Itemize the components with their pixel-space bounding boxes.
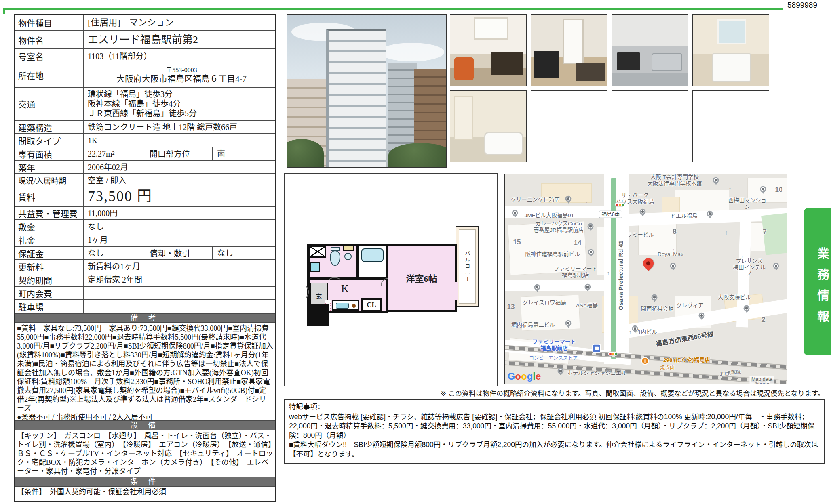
sink-shape — [652, 53, 682, 71]
table-row: 礼金 1ヶ月 — [15, 233, 275, 247]
map-label: 7 — [763, 228, 766, 236]
map-label: ファミリーマート 福島駅前店 — [532, 339, 576, 351]
sink-icon — [310, 262, 320, 272]
washbasin-photo — [692, 14, 769, 86]
map-label: 大阪安藤ビル — [718, 294, 751, 301]
map-pin — [565, 196, 572, 202]
bathtub-icon — [361, 248, 384, 262]
map-pin — [699, 313, 705, 319]
top-green-line — [3, 8, 783, 10]
map-label: 阪神住建福島駅前ビル — [525, 251, 580, 258]
map-label: 竹内ビル — [635, 329, 657, 335]
document-number: 5899989 — [787, 1, 828, 10]
rent-value: 73,500 円 — [84, 187, 275, 206]
door-swing-arc — [327, 277, 343, 293]
equipment-header: 設 備 — [15, 421, 275, 430]
map-pin — [773, 263, 779, 269]
map-label: ← — [672, 246, 677, 252]
table-row: 現況/入居時期 空室 / 即入 — [15, 174, 275, 187]
map-label: ドエル福島 — [670, 213, 698, 219]
map-label: 8 — [673, 228, 676, 236]
map-label: → — [583, 198, 588, 204]
top-left-green-tick — [3, 8, 5, 14]
restaurant-pin — [641, 357, 649, 365]
map-pin — [640, 209, 646, 215]
map-label: ↑ — [725, 229, 728, 236]
map-pin — [534, 284, 540, 290]
map-pin — [632, 326, 638, 332]
row-label: 町内会費 — [15, 287, 84, 299]
row-label: 礼金 — [15, 233, 84, 246]
kitchen-counter-icon — [332, 300, 359, 311]
map-pin — [652, 294, 658, 300]
table-row: 町内会費 — [15, 287, 275, 300]
row-label: 契約期間 — [15, 273, 84, 286]
door-swing-arc — [290, 283, 309, 301]
row-label: 現況/入居時期 — [15, 174, 84, 187]
shelf-shape — [454, 96, 473, 140]
traffic-light-icon — [608, 352, 618, 356]
table-row: 建築構造 鉄筋コンクリート造 地上12階 総戸数66戸 — [15, 121, 275, 134]
map-label: グレイスロワ福島 — [523, 300, 566, 306]
row-label-2: 償却・敷引 — [146, 247, 213, 259]
desk-shape — [491, 52, 523, 75]
remarks-text: ■賃料 家具なし:73,500円 家具あり:73,500円■鍵交換代33,000… — [15, 323, 275, 421]
table-row: 間取タイプ 1K — [15, 134, 275, 147]
table-row: 共益費・管理費 11,000円 — [15, 207, 275, 220]
table-row: 賃料 73,500 円 — [15, 187, 275, 207]
row-value: 定期借家 2年間 — [84, 273, 275, 286]
map-block — [638, 222, 677, 255]
map-label: ASA福島 — [576, 302, 598, 309]
balcony-door-opening — [455, 282, 458, 300]
row-value — [84, 300, 275, 313]
mirror-shape — [717, 19, 746, 44]
row-label: 建築構造 — [15, 121, 84, 133]
property-table: 物件種目 [住居用] マンション 物件名 エスリード福島駅前第2 号室名 110… — [14, 14, 276, 502]
door-shape — [563, 19, 584, 64]
interior-photo-room — [531, 14, 607, 86]
furniture-shape — [576, 63, 605, 81]
map-pin — [760, 186, 766, 192]
map-label: クリーニング仁巧店 — [510, 197, 560, 203]
table-row: 敷金 なし — [15, 220, 275, 233]
counter-icon — [343, 245, 354, 251]
main-room-area: 洋室6帖 — [386, 244, 457, 312]
map-pin — [713, 177, 719, 183]
building-exterior-photo — [287, 14, 447, 168]
map-label: ファミリーマート 福島駅北店 — [554, 266, 597, 278]
chair-shape — [454, 57, 474, 80]
map-label: ↑ — [629, 329, 632, 335]
row-value: 22.27m² — [84, 147, 146, 160]
row-value-2: なし — [213, 247, 275, 259]
map-label: 福島6南 — [599, 211, 622, 218]
address: 大阪府大阪市福島区福島６丁目4-7 — [116, 74, 247, 84]
conditions-header: 条 件 — [15, 477, 275, 487]
google-logo: Google — [508, 371, 541, 382]
row-value: 1K — [84, 134, 275, 147]
map-label: ホテルシャシャジュエル — [567, 370, 627, 376]
balcony-area: バルコニー — [456, 226, 479, 307]
bathroom-photo — [450, 90, 527, 162]
row-value — [84, 287, 275, 299]
map-label: プレサンス 梅田インテルノ — [731, 258, 768, 277]
tab-business-info[interactable]: 業務情報 — [804, 208, 831, 355]
table-row: 保証金 なし 償却・敷引 なし — [15, 247, 275, 260]
conditions-text: 【条件】 外国人契約可能・保証会社利用必須 — [15, 487, 275, 501]
map-label: ← — [740, 253, 746, 259]
traffic-light-icon — [615, 202, 624, 207]
row-value: 新賃料の1ヶ月 — [84, 260, 275, 273]
row-value-2: 南 — [213, 147, 275, 160]
map-label: ↑ — [729, 186, 732, 192]
row-label: 賃料 — [15, 187, 84, 206]
map-pin — [585, 284, 591, 290]
table-row: 築年 2006年02月 — [15, 161, 275, 174]
row-label: 号室名 — [15, 49, 84, 63]
row-label: 保証金 — [15, 247, 84, 259]
window-shape — [474, 17, 508, 40]
balcony-label: バルコニー — [464, 250, 471, 283]
bath-room-area — [356, 244, 388, 280]
location-map: クリーニング仁巧店JMFビル大阪福島01カレーハウスCoCo 壱番屋JR福島駅前… — [504, 174, 787, 384]
row-label: 物件種目 — [15, 15, 84, 30]
map-label: 15 — [513, 238, 521, 246]
row-value: 2006年02月 — [84, 161, 275, 173]
